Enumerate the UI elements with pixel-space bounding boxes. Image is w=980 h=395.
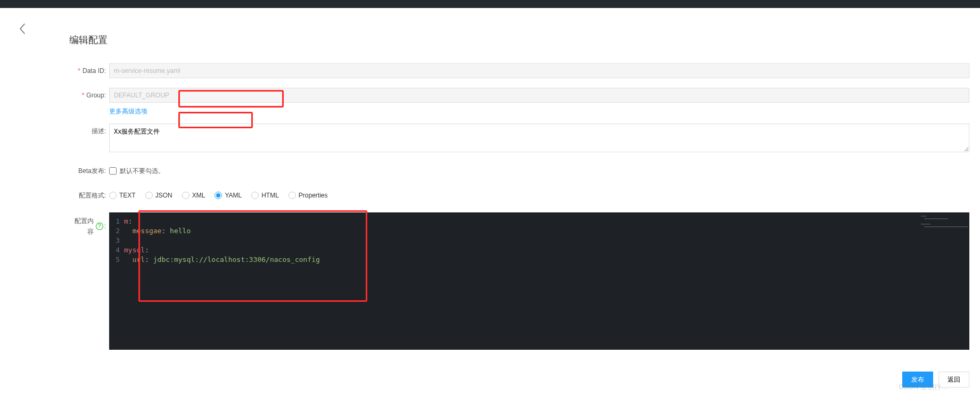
label-beta: Beta发布: [69, 163, 109, 178]
editor-line: 3 [109, 236, 969, 245]
row-editor: 配置内容 ? : 1m:2 messgae: hello34mysql:5 ur… [69, 212, 969, 350]
beta-checkbox[interactable] [109, 167, 117, 175]
row-description: 描述: [69, 124, 969, 154]
group-input[interactable] [109, 88, 969, 103]
row-data-id: *Data ID: [69, 63, 969, 78]
row-beta: Beta发布: 默认不要勾选。 [69, 163, 969, 178]
code-editor[interactable]: 1m:2 messgae: hello34mysql:5 url: jdbc:m… [109, 212, 969, 350]
editor-line: 4mysql: [109, 245, 969, 255]
format-radio-html[interactable]: HTML [251, 188, 279, 203]
label-format: 配置格式: [69, 188, 109, 203]
label-content: 配置内容 ? : [69, 212, 109, 237]
more-options-link[interactable]: 更多高级选项 [109, 108, 147, 115]
row-group: *Group: [69, 88, 969, 103]
top-bar [0, 0, 980, 8]
format-radio-yaml[interactable]: YAML [215, 188, 242, 203]
back-chevron[interactable] [19, 23, 26, 36]
beta-checkbox-text: 默认不要勾选。 [120, 163, 164, 178]
page-title: 编辑配置 [69, 34, 969, 46]
row-format: 配置格式: TEXTJSONXMLYAMLHTMLProperties [69, 188, 969, 203]
format-radio-xml[interactable]: XML [182, 188, 205, 203]
editor-line: 1m: [109, 217, 969, 226]
format-radio-text[interactable]: TEXT [109, 188, 136, 203]
format-radio-properties[interactable]: Properties [289, 188, 328, 203]
editor-line: 5 url: jdbc:mysql://localhost:3306/nacos… [109, 255, 969, 265]
chevron-left-icon [19, 23, 26, 35]
row-more-options: 更多高级选项 [69, 107, 969, 116]
data-id-input[interactable] [109, 63, 969, 78]
format-radio-json[interactable]: JSON [145, 188, 172, 203]
editor-line: 2 messgae: hello [109, 226, 969, 236]
help-icon[interactable]: ? [96, 223, 103, 230]
format-radio-group: TEXTJSONXMLYAMLHTMLProperties [109, 188, 969, 203]
editor-minimap [921, 216, 966, 232]
description-textarea[interactable] [109, 124, 969, 152]
beta-checkbox-wrap[interactable]: 默认不要勾选。 [109, 163, 969, 178]
label-data-id: *Data ID: [69, 63, 109, 78]
label-group: *Group: [69, 88, 109, 103]
label-description: 描述: [69, 124, 109, 138]
